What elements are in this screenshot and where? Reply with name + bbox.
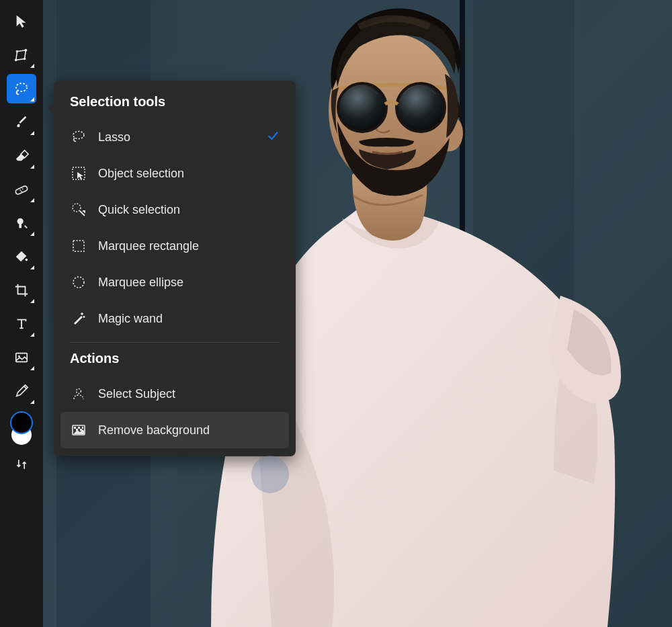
flyout-indicator-icon	[30, 131, 34, 135]
type-tool[interactable]	[7, 309, 36, 339]
foreground-color-swatch[interactable]	[10, 411, 33, 434]
cursor-icon	[14, 14, 29, 29]
flyout-indicator-icon	[30, 198, 34, 202]
flyout-indicator-icon	[30, 400, 34, 404]
flyout-separator	[70, 342, 280, 343]
crop-tool[interactable]	[7, 276, 36, 305]
eyedropper-icon	[14, 384, 29, 399]
flyout-item-magic-wand[interactable]: Magic wand	[60, 300, 289, 337]
transform-icon	[14, 48, 29, 62]
flyout-item-label: Quick selection	[98, 203, 180, 217]
svg-point-29	[73, 277, 84, 288]
svg-point-6	[19, 190, 21, 191]
selection-tool[interactable]	[7, 74, 36, 103]
brush-tool[interactable]	[7, 108, 36, 137]
clone-tool[interactable]	[7, 208, 36, 238]
swap-colors-button[interactable]	[7, 453, 36, 476]
svg-point-3	[15, 59, 17, 62]
flyout-item-marquee-ellipse[interactable]: Marquee ellipse	[60, 264, 289, 300]
eraser-tool[interactable]	[7, 141, 36, 171]
flyout-item-object-selection[interactable]: Object selection	[60, 155, 289, 192]
flyout-indicator-icon	[30, 299, 34, 303]
check-icon	[266, 129, 280, 146]
remove-background-icon	[70, 421, 87, 439]
image-placement-tool[interactable]	[7, 343, 36, 372]
svg-point-0	[16, 50, 19, 53]
svg-point-7	[22, 188, 24, 190]
flyout-item-label: Magic wand	[98, 312, 163, 326]
svg-point-1	[25, 49, 28, 52]
flyout-indicator-icon	[30, 366, 34, 370]
svg-point-11	[26, 259, 28, 261]
lasso-icon	[70, 128, 87, 146]
eyedropper-tool[interactable]	[7, 376, 36, 406]
move-tool[interactable]	[7, 7, 36, 36]
lasso-icon	[13, 81, 30, 97]
brush-icon	[14, 115, 29, 130]
crop-icon	[14, 283, 29, 298]
svg-rect-34	[82, 427, 83, 429]
object-select-icon	[70, 165, 87, 182]
svg-rect-10	[19, 224, 22, 228]
flyout-indicator-icon	[30, 165, 34, 169]
svg-point-24	[396, 83, 445, 132]
svg-rect-33	[78, 427, 80, 429]
flyout-indicator-icon	[30, 97, 34, 101]
marquee-ellipse-icon	[70, 274, 87, 291]
selection-tool-flyout: Selection tools Lasso Object selection Q…	[54, 81, 296, 456]
svg-point-9	[17, 218, 24, 224]
flyout-item-label: Marquee rectangle	[98, 239, 199, 253]
flyout-item-label: Remove background	[98, 423, 210, 437]
svg-point-23	[338, 83, 386, 132]
bandage-icon	[13, 182, 30, 197]
flyout-indicator-icon	[30, 265, 34, 269]
select-subject-icon	[70, 385, 87, 403]
transform-tool[interactable]	[7, 40, 36, 70]
flyout-item-quick-selection[interactable]: Quick selection	[60, 192, 289, 228]
flyout-indicator-icon	[30, 64, 34, 68]
color-swatches[interactable]	[7, 411, 36, 449]
flyout-item-label: Select Subject	[98, 387, 175, 401]
svg-point-25	[73, 132, 84, 139]
flyout-item-marquee-rectangle[interactable]: Marquee rectangle	[60, 228, 289, 264]
svg-rect-5	[15, 185, 28, 195]
type-icon	[14, 317, 29, 331]
flyout-item-label: Marquee ellipse	[98, 276, 183, 290]
svg-point-27	[73, 204, 81, 212]
flyout-item-label: Object selection	[98, 167, 184, 181]
flyout-item-label: Lasso	[98, 130, 130, 144]
svg-point-4	[16, 83, 27, 91]
toolbar	[0, 0, 43, 627]
flyout-item-lasso[interactable]: Lasso	[60, 119, 289, 155]
clone-stamp-icon	[14, 216, 29, 231]
flyout-heading-selection-tools: Selection tools	[60, 94, 289, 119]
svg-point-8	[21, 191, 22, 192]
healing-tool[interactable]	[7, 175, 36, 204]
flyout-indicator-icon	[30, 333, 34, 337]
flyout-item-remove-background[interactable]: Remove background	[60, 412, 289, 448]
fill-tool[interactable]	[7, 242, 36, 271]
swap-icon	[15, 458, 28, 471]
eraser-icon	[14, 149, 29, 163]
quick-select-icon	[70, 201, 87, 218]
magic-wand-icon	[70, 310, 87, 327]
svg-point-2	[24, 58, 26, 60]
flyout-heading-actions: Actions	[60, 351, 289, 376]
svg-point-30	[77, 389, 81, 394]
image-icon	[14, 350, 29, 365]
svg-rect-32	[74, 427, 76, 429]
svg-rect-28	[73, 241, 84, 251]
paint-bucket-icon	[14, 249, 29, 264]
marquee-rect-icon	[70, 237, 87, 255]
flyout-item-select-subject[interactable]: Select Subject	[60, 376, 289, 412]
flyout-indicator-icon	[30, 232, 34, 236]
